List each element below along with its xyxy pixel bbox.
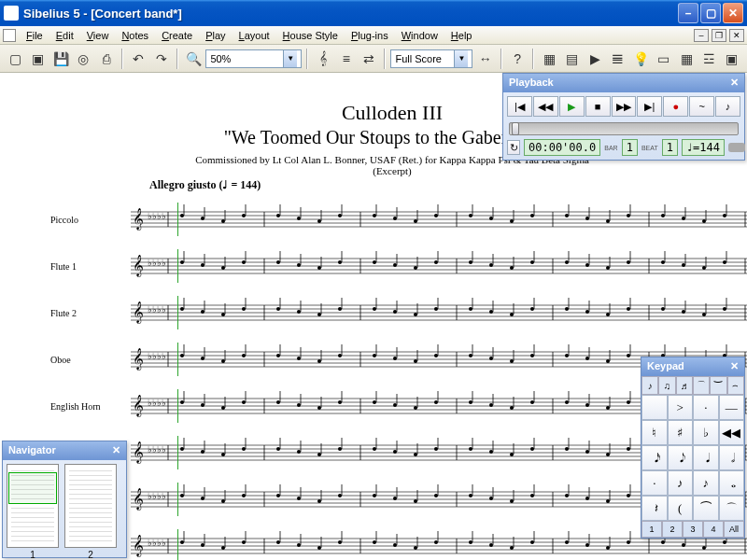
staff-row[interactable]: Flute 2𝄞♭♭♭♭ bbox=[37, 289, 747, 336]
play-button[interactable]: ▶ bbox=[559, 96, 585, 117]
redo-button[interactable]: ↷ bbox=[151, 48, 172, 70]
keypad-voice-all[interactable]: All bbox=[724, 521, 744, 538]
keypad-tab-2[interactable]: ♫ bbox=[658, 376, 675, 395]
keypad-titlebar[interactable]: Keypad ✕ bbox=[641, 357, 744, 376]
keypad-key-1[interactable]: > bbox=[668, 395, 694, 420]
keypad-key-11[interactable]: 𝅗𝅥 bbox=[719, 445, 745, 470]
switch-part-button[interactable]: ↔ bbox=[474, 48, 495, 70]
live-playback-button[interactable]: ~ bbox=[689, 96, 714, 117]
keypad-tab-6[interactable]: ⌢ bbox=[727, 376, 744, 395]
undo-button[interactable]: ↶ bbox=[128, 48, 148, 70]
close-button[interactable]: ✕ bbox=[723, 3, 743, 23]
menu-house-style[interactable]: House Style bbox=[276, 28, 345, 43]
staff[interactable]: 𝄞♭♭♭♭ bbox=[131, 203, 747, 236]
parts-toggle[interactable]: ▭ bbox=[653, 48, 673, 70]
staff[interactable]: 𝄞♭♭♭♭ bbox=[131, 296, 747, 329]
playback-toggle[interactable]: ▶ bbox=[585, 48, 605, 70]
panorama-button[interactable]: ⇄ bbox=[359, 48, 379, 70]
timeline-slider[interactable] bbox=[509, 122, 739, 135]
keypad-key-12[interactable]: · bbox=[641, 470, 668, 496]
menu-layout[interactable]: Layout bbox=[233, 28, 276, 43]
staff-row[interactable]: Flute 1𝄞♭♭♭♭ bbox=[37, 243, 747, 289]
keypad-voice-1[interactable]: 1 bbox=[641, 521, 662, 538]
help-button[interactable]: ? bbox=[507, 48, 528, 70]
slider-thumb[interactable] bbox=[512, 122, 519, 135]
new-button[interactable]: ▢ bbox=[5, 48, 25, 70]
keypad-tab-3[interactable]: ♬ bbox=[676, 376, 693, 395]
minimize-button[interactable]: – bbox=[678, 3, 698, 23]
keypad-key-4[interactable]: ♮ bbox=[641, 420, 668, 445]
keypad-key-15[interactable]: 𝅝 bbox=[719, 470, 745, 496]
keypad-key-8[interactable]: 𝅘𝅥𝅯 bbox=[641, 445, 668, 470]
record-button[interactable]: ● bbox=[663, 96, 688, 117]
keypad-panel[interactable]: Keypad ✕ ♪ ♫ ♬ ⌒ ͝ ⌢ >·—♮♯♭◀◀𝅘𝅥𝅯𝅘𝅥𝅮𝅘𝅥𝅗𝅥·… bbox=[641, 357, 745, 539]
keypad-key-2[interactable]: · bbox=[693, 395, 719, 420]
keypad-key-19[interactable]: ⌒ bbox=[719, 496, 745, 521]
close-icon[interactable]: ✕ bbox=[730, 77, 739, 90]
keypad-key-3[interactable]: — bbox=[719, 395, 745, 420]
zoom-select[interactable]: 50%▼ bbox=[205, 49, 302, 68]
keypad-key-7[interactable]: ◀◀ bbox=[719, 420, 745, 445]
playback-panel[interactable]: Playback ✕ |◀ ◀◀ ▶ ■ ▶▶ ▶| ● ~ ♪ ↻ 00:00… bbox=[502, 73, 745, 161]
navigator-titlebar[interactable]: Navigator ✕ bbox=[3, 441, 126, 460]
stop-button[interactable]: ■ bbox=[585, 96, 611, 117]
focus-button[interactable]: ≡ bbox=[336, 48, 357, 70]
keypad-tab-5[interactable]: ͝ bbox=[710, 376, 726, 395]
part-select[interactable]: Full Score▼ bbox=[390, 49, 472, 68]
keypad-key-10[interactable]: 𝅘𝅥 bbox=[693, 445, 719, 470]
navigator-page-1[interactable]: 1 bbox=[7, 464, 59, 548]
keypad-toggle[interactable]: ▤ bbox=[562, 48, 583, 70]
replay-button[interactable]: ↻ bbox=[507, 140, 520, 155]
keypad-tab-4[interactable]: ⌒ bbox=[693, 376, 710, 395]
move-to-end-button[interactable]: ▶| bbox=[637, 96, 662, 117]
mdi-close[interactable]: ✕ bbox=[729, 29, 744, 42]
menu-window[interactable]: Window bbox=[395, 28, 444, 43]
move-to-start-button[interactable]: |◀ bbox=[507, 96, 532, 117]
zoom-tool[interactable]: 🔍 bbox=[183, 48, 204, 70]
keypad-tab-1[interactable]: ♪ bbox=[641, 376, 658, 395]
properties-toggle[interactable]: ☲ bbox=[698, 48, 719, 70]
menu-play[interactable]: Play bbox=[199, 28, 232, 43]
mdi-restore[interactable]: ❐ bbox=[712, 29, 726, 42]
keypad-key-17[interactable]: ( bbox=[668, 496, 694, 521]
keypad-voice-2[interactable]: 2 bbox=[662, 521, 683, 538]
print-button[interactable]: ⎙ bbox=[96, 48, 117, 70]
keypad-key-14[interactable]: ♪ bbox=[693, 470, 719, 496]
staff[interactable]: 𝄞♭♭♭♭ bbox=[131, 249, 747, 283]
keypad-key-6[interactable]: ♭ bbox=[693, 420, 719, 445]
menu-help[interactable]: Help bbox=[444, 28, 479, 43]
keypad-key-9[interactable]: 𝅘𝅥𝅮 bbox=[668, 445, 694, 470]
playback-titlebar[interactable]: Playback ✕ bbox=[503, 74, 744, 92]
keypad-key-0[interactable] bbox=[641, 395, 668, 420]
click-track-button[interactable]: ♪ bbox=[715, 96, 740, 117]
keypad-key-5[interactable]: ♯ bbox=[668, 420, 694, 445]
transpose-button[interactable]: 𝄞 bbox=[313, 48, 333, 70]
keypad-voice-3[interactable]: 3 bbox=[683, 521, 703, 538]
close-icon[interactable]: ✕ bbox=[112, 444, 120, 457]
save-button[interactable]: 💾 bbox=[50, 48, 71, 70]
maximize-button[interactable]: ▢ bbox=[700, 3, 721, 23]
keypad-key-13[interactable]: ♪ bbox=[668, 470, 694, 496]
staff-row[interactable]: Piccolo𝄞♭♭♭♭ bbox=[37, 196, 747, 243]
tempo-slider[interactable] bbox=[728, 143, 745, 152]
video-toggle[interactable]: ▦ bbox=[676, 48, 697, 70]
mixer-toggle[interactable]: 𝌆 bbox=[608, 48, 628, 70]
export-audio-button[interactable]: ◎ bbox=[73, 48, 93, 70]
keypad-key-18[interactable]: ⁀ bbox=[693, 496, 719, 521]
open-button[interactable]: ▣ bbox=[27, 48, 48, 70]
menu-file[interactable]: File bbox=[20, 28, 49, 43]
navigator-panel[interactable]: Navigator ✕ 1 2 bbox=[2, 441, 127, 558]
menu-create[interactable]: Create bbox=[155, 28, 199, 43]
mdi-minimize[interactable]: – bbox=[694, 29, 709, 42]
navigator-viewport[interactable] bbox=[8, 472, 57, 504]
navigator-toggle[interactable]: ▦ bbox=[539, 48, 559, 70]
menu-edit[interactable]: Edit bbox=[49, 28, 80, 43]
rewind-button[interactable]: ◀◀ bbox=[533, 96, 558, 117]
navigator-page-2[interactable]: 2 bbox=[64, 464, 117, 548]
hide-tool-windows[interactable]: ▣ bbox=[722, 48, 742, 70]
close-icon[interactable]: ✕ bbox=[730, 360, 739, 373]
ideas-toggle[interactable]: 💡 bbox=[630, 48, 651, 70]
menu-notes[interactable]: Notes bbox=[115, 28, 155, 43]
menu-plugins[interactable]: Plug-ins bbox=[345, 28, 395, 43]
menu-view[interactable]: View bbox=[80, 28, 116, 43]
